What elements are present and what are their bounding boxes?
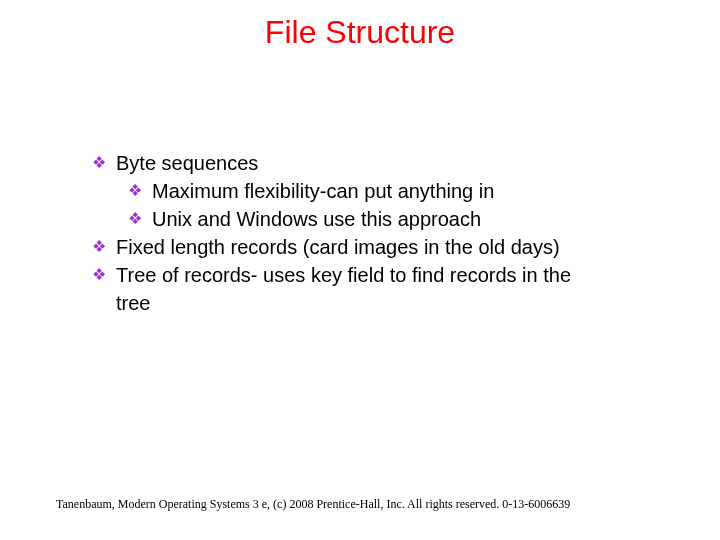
spacer bbox=[92, 290, 116, 293]
slide-title: File Structure bbox=[0, 0, 720, 51]
bullet-text: Fixed length records (card images in the… bbox=[116, 234, 680, 260]
list-item: ❖ Unix and Windows use this approach bbox=[128, 206, 680, 232]
diamond-bullet-icon: ❖ bbox=[92, 150, 116, 174]
bullet-text: Maximum flexibility-can put anything in bbox=[152, 178, 680, 204]
bullet-text: Unix and Windows use this approach bbox=[152, 206, 680, 232]
bullet-text: Tree of records- uses key field to find … bbox=[116, 262, 680, 288]
list-item-continuation: tree bbox=[92, 290, 680, 316]
footer-text: Tanenbaum, Modern Operating Systems 3 e,… bbox=[56, 497, 680, 512]
diamond-bullet-icon: ❖ bbox=[128, 206, 152, 230]
bullet-text: tree bbox=[116, 290, 680, 316]
diamond-bullet-icon: ❖ bbox=[92, 262, 116, 286]
diamond-bullet-icon: ❖ bbox=[92, 234, 116, 258]
slide-body: ❖ Byte sequences ❖ Maximum flexibility-c… bbox=[92, 150, 680, 318]
slide: File Structure ❖ Byte sequences ❖ Maximu… bbox=[0, 0, 720, 540]
bullet-text: Byte sequences bbox=[116, 150, 680, 176]
list-item: ❖ Fixed length records (card images in t… bbox=[92, 234, 680, 260]
list-item: ❖ Byte sequences bbox=[92, 150, 680, 176]
diamond-bullet-icon: ❖ bbox=[128, 178, 152, 202]
list-item: ❖ Tree of records- uses key field to fin… bbox=[92, 262, 680, 288]
list-item: ❖ Maximum flexibility-can put anything i… bbox=[128, 178, 680, 204]
